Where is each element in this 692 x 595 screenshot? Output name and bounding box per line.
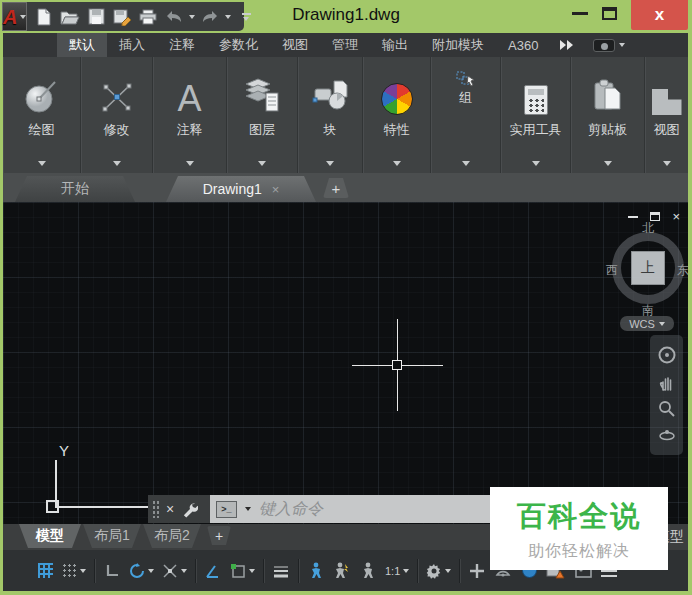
panel-expand-arrow[interactable] (326, 161, 334, 166)
file-tab-drawing1[interactable]: Drawing1 × (166, 176, 316, 202)
viewcube-top-face[interactable]: 上 (631, 251, 665, 285)
chevron-down-icon[interactable] (445, 569, 451, 573)
panel-layers[interactable]: 图层 (227, 57, 298, 173)
ribbon-tab-addins[interactable]: 附加模块 (420, 33, 496, 57)
viewcube-north[interactable]: 北 (642, 220, 654, 237)
open-file-button[interactable] (59, 6, 81, 28)
panel-draw[interactable]: 绘图 (3, 57, 81, 173)
ribbon-tab-home[interactable]: 默认 (57, 33, 107, 57)
steering-wheel-icon[interactable] (657, 345, 677, 365)
panel-properties[interactable]: 特性 (363, 57, 431, 173)
annotation-scale-toggle[interactable] (356, 558, 380, 584)
panel-expand-arrow[interactable] (604, 161, 612, 166)
ortho-toggle[interactable] (100, 558, 124, 584)
command-line-grip-area[interactable]: × (148, 495, 210, 523)
panel-groups[interactable]: 组 (431, 57, 501, 173)
media-button[interactable] (593, 39, 615, 52)
annotation-visibility-icon (309, 562, 323, 579)
zoom-icon[interactable] (658, 400, 676, 418)
application-menu-button[interactable]: A (2, 2, 27, 31)
panel-expand-arrow[interactable] (663, 161, 671, 166)
undo-dropdown[interactable] (189, 15, 195, 19)
maximize-button[interactable] (602, 7, 617, 20)
snap-settings-icon (230, 563, 246, 579)
viewcube[interactable]: 北 南 东 西 上 WCS (603, 224, 688, 326)
wrench-icon[interactable] (181, 501, 198, 518)
ribbon-tab-output[interactable]: 输出 (370, 33, 420, 57)
panel-expand-arrow[interactable] (393, 161, 401, 166)
pan-hand-icon[interactable] (658, 374, 676, 392)
qat-customize-button[interactable] (235, 6, 257, 28)
new-file-button[interactable] (33, 6, 55, 28)
redo-button[interactable] (199, 6, 221, 28)
object-snap-toggle[interactable] (201, 558, 225, 584)
ribbon-tab-annotate[interactable]: 注释 (157, 33, 207, 57)
file-tab-start[interactable]: 开始 (15, 176, 135, 202)
minimize-button[interactable] (572, 12, 588, 15)
panel-annotation[interactable]: A 注释 (153, 57, 227, 173)
object-snap-tracking-toggle[interactable] (159, 558, 190, 584)
chevron-down-icon[interactable] (80, 569, 86, 573)
undo-button[interactable] (163, 6, 185, 28)
plot-button[interactable] (137, 6, 159, 28)
object-snap-tracking-icon (162, 563, 178, 579)
viewcube-west[interactable]: 西 (606, 262, 618, 279)
chevron-down-icon[interactable] (181, 569, 187, 573)
ribbon-tab-manage[interactable]: 管理 (320, 33, 370, 57)
chevron-down-icon[interactable] (249, 569, 255, 573)
annotation-scale-value[interactable]: 1:1 (382, 558, 412, 584)
file-tab-bar: 开始 Drawing1 × + (3, 173, 688, 202)
snap-settings-toggle[interactable] (227, 558, 258, 584)
move-tool-toggle[interactable] (465, 558, 489, 584)
viewcube-east[interactable]: 东 (677, 262, 688, 279)
save-as-button[interactable] (111, 6, 133, 28)
ribbon-tab-view[interactable]: 视图 (270, 33, 320, 57)
panel-view[interactable]: 视图 (645, 57, 688, 173)
redo-dropdown[interactable] (225, 15, 231, 19)
command-placeholder: 键入命令 (259, 499, 323, 520)
chevron-down-icon[interactable] (403, 569, 409, 573)
drawing-minimize-icon[interactable] (628, 216, 638, 218)
ribbon-tab-parametric[interactable]: 参数化 (207, 33, 270, 57)
panel-utilities[interactable]: 实用工具 (501, 57, 571, 173)
chevron-down-icon[interactable] (148, 569, 154, 573)
polar-tracking-toggle[interactable] (126, 558, 157, 584)
ribbon-tab-insert[interactable]: 插入 (107, 33, 157, 57)
layout-tab-layout2[interactable]: 布局2 (143, 524, 201, 548)
wcs-menu[interactable]: WCS (620, 316, 674, 331)
save-as-icon (113, 8, 131, 26)
new-file-tab-button[interactable]: + (323, 178, 349, 198)
lineweight-toggle[interactable] (269, 558, 293, 584)
panel-block[interactable]: 块 (298, 57, 363, 173)
close-button[interactable]: x (631, 0, 688, 30)
command-prompt-icon[interactable]: >_ (216, 501, 237, 518)
panel-expand-arrow[interactable] (532, 161, 540, 166)
quick-access-toolbar: A (2, 2, 244, 31)
drawing-close-icon[interactable]: × (672, 210, 680, 223)
orbit-icon[interactable] (658, 427, 676, 445)
ribbon-tab-a360[interactable]: A360 (496, 33, 550, 57)
panel-expand-arrow[interactable] (38, 161, 46, 166)
panel-expand-arrow[interactable] (462, 161, 470, 166)
panel-expand-arrow[interactable] (186, 161, 194, 166)
drawing-canvas[interactable]: × 北 南 东 西 上 WCS (3, 202, 688, 524)
new-layout-button[interactable]: + (207, 526, 231, 545)
drag-grip-icon[interactable] (152, 500, 159, 518)
panel-expand-arrow[interactable] (258, 161, 266, 166)
panel-modify[interactable]: 修改 (81, 57, 153, 173)
file-tab-close-icon[interactable]: × (272, 182, 280, 197)
annotation-visibility-toggle[interactable] (304, 558, 328, 584)
layout-tab-layout1[interactable]: 布局1 (83, 524, 141, 548)
ribbon-overflow-button[interactable] (560, 40, 573, 50)
panel-expand-arrow[interactable] (113, 161, 121, 166)
panel-clipboard[interactable]: 剪贴板 (571, 57, 645, 173)
chevron-down-icon[interactable] (619, 43, 625, 47)
annotation-autoscale-toggle[interactable] (330, 558, 354, 584)
chevron-down-icon[interactable] (245, 507, 251, 511)
save-button[interactable] (85, 6, 107, 28)
command-close-icon[interactable]: × (166, 501, 174, 517)
grid-display-toggle[interactable] (33, 558, 57, 584)
workspace-switch[interactable] (423, 558, 454, 584)
layout-tab-model[interactable]: 模型 (19, 524, 81, 548)
snap-mode-toggle[interactable] (59, 558, 89, 584)
